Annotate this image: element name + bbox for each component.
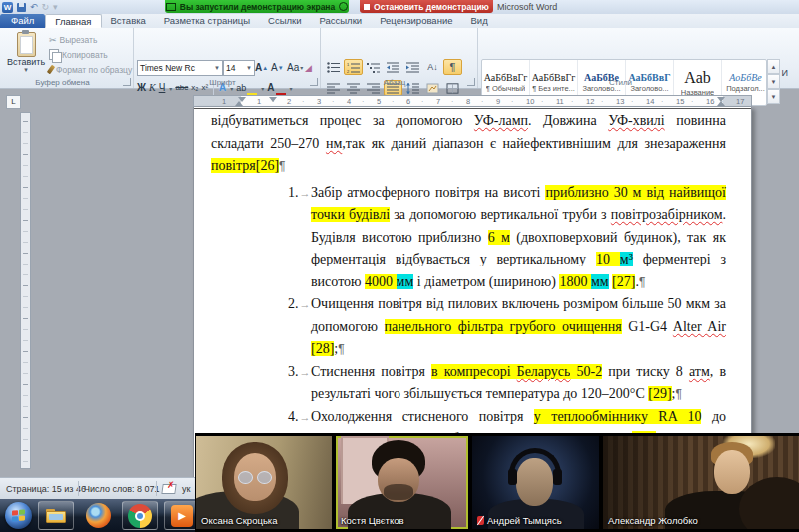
multilevel-list-button[interactable]: [364, 59, 383, 75]
tab-вставка[interactable]: Вставка: [102, 14, 155, 28]
paste-dropdown-icon[interactable]: ▾: [24, 67, 28, 73]
clipboard-dialog-launcher-icon[interactable]: [123, 78, 131, 86]
scroll-down-icon[interactable]: ▼: [767, 74, 780, 89]
ruler-tick: [23, 450, 28, 451]
save-icon[interactable]: [17, 3, 26, 12]
scissors-icon: ✂: [49, 35, 57, 45]
participant-name-text: Александр Жолобко: [608, 515, 698, 526]
cut-button[interactable]: ✂ Вырезать: [49, 32, 132, 47]
show-formatting-marks-button[interactable]: ¶: [443, 59, 462, 75]
ruler-number: 9: [496, 97, 500, 106]
tab-вид[interactable]: Вид: [461, 14, 496, 28]
sort-button[interactable]: А↓: [423, 59, 442, 75]
tab-ссылки[interactable]: Ссылки: [259, 14, 310, 28]
video-tile-2[interactable]: Андрей Тымцясь: [472, 436, 599, 529]
document-text[interactable]: відбуватиметься процес за допомогою УФ-л…: [211, 110, 726, 473]
list-number: 3.→: [288, 361, 312, 384]
folder-icon: [46, 509, 66, 523]
decrease-indent-button[interactable]: [384, 59, 402, 75]
styles-gallery-scrollbar: ▲ ▼ ▼: [767, 59, 780, 104]
ruler-number: 13: [616, 97, 624, 106]
quick-access-more-icon[interactable]: ▾: [53, 2, 58, 12]
firefox-icon: [86, 503, 111, 528]
taskbar-chrome-button[interactable]: [122, 501, 158, 530]
undo-icon[interactable]: ↶: [30, 2, 38, 12]
participant-phones-shape: [509, 448, 561, 476]
ruler-tick: [23, 461, 28, 462]
participant-face-shape: [378, 458, 419, 502]
word-count[interactable]: Число слов: 8 071: [84, 484, 160, 494]
text-run: G1-G4: [622, 319, 673, 334]
ruler-tick: [23, 253, 28, 254]
change-case-button[interactable]: Аа▾: [287, 60, 303, 74]
tab-главная[interactable]: Главная: [45, 14, 101, 28]
text-run: . Довжина: [528, 113, 608, 128]
text-run: в компресорі: [431, 364, 517, 379]
gallery-more-icon[interactable]: ▼: [767, 89, 780, 104]
spell-check-icon[interactable]: ✗: [162, 482, 176, 494]
ruler-tick: [23, 264, 28, 265]
tab-файл[interactable]: Файл: [0, 14, 45, 28]
start-button[interactable]: [5, 502, 32, 529]
ruler-tick: [23, 143, 28, 144]
tab-разметка-страницы[interactable]: Разметка страницы: [155, 14, 259, 28]
text-run: [27]: [612, 274, 635, 289]
numbering-button[interactable]: 12: [344, 59, 363, 75]
ribbon-tab-row: ФайлГлавнаяВставкаРазметка страницыСсылк…: [0, 14, 799, 29]
font-size-select[interactable]: 14 ▼: [223, 60, 255, 76]
font-dialog-launcher-icon[interactable]: [310, 78, 318, 86]
text-run: ,так як даний діапазон є найефективнішим…: [342, 136, 726, 151]
ruler-tick: [23, 274, 28, 275]
down-arrow-icon: ↓: [433, 62, 438, 72]
document-page[interactable]: відбуватиметься процес за допомогою УФ-л…: [193, 107, 752, 477]
text-run: 1800: [559, 274, 591, 289]
tab-рассылки[interactable]: Рассылки: [310, 14, 371, 28]
clear-formatting-button[interactable]: ◢: [305, 60, 312, 74]
language-indicator[interactable]: ук: [182, 484, 190, 494]
copy-button[interactable]: Копировать: [49, 47, 132, 62]
stop-sharing-button[interactable]: Остановить демонстрацию: [360, 0, 493, 13]
ruler-tick: [23, 187, 28, 188]
increase-indent-button[interactable]: [403, 59, 422, 75]
paragraph-dialog-launcher-icon[interactable]: [467, 78, 475, 86]
redo-icon[interactable]: ↻: [42, 2, 50, 12]
text-run: мм: [591, 274, 609, 289]
video-tile-3[interactable]: Александр Жолобко: [603, 436, 799, 529]
indent-marker[interactable]: [238, 97, 246, 102]
ruler-tick: [23, 362, 28, 363]
taskbar-explorer-button[interactable]: [38, 501, 74, 530]
word-app-icon[interactable]: W: [2, 2, 13, 13]
font-family-select[interactable]: Times New Rc ▼: [137, 60, 223, 76]
horizontal-ruler[interactable]: 1·2·3·4·5·6·7·8·9·10·11·12·13·14·15·16·1…: [193, 95, 752, 107]
vertical-ruler[interactable]: [20, 112, 31, 469]
chevron-down-icon: ▾: [300, 62, 303, 74]
video-tile-0[interactable]: Оксана Скроцька: [196, 436, 332, 529]
screenshare-banner-text: Вы запустили демонстрацию экрана: [180, 2, 335, 12]
tab-stop-selector[interactable]: L: [6, 95, 21, 109]
text-run: Беларусь: [517, 364, 571, 379]
paste-button[interactable]: Вставить ▾: [5, 31, 47, 84]
indent-marker[interactable]: [717, 101, 725, 106]
shrink-font-button[interactable]: А▼: [271, 60, 284, 74]
change-styles-button-partial[interactable]: И: [782, 68, 788, 78]
down-arrow-icon: ▼: [278, 62, 284, 74]
scroll-up-icon[interactable]: ▲: [767, 59, 780, 74]
format-painter-button[interactable]: Формат по образцу: [49, 62, 132, 77]
taskbar-firefox-button[interactable]: [80, 501, 116, 530]
ruler-tick: [23, 329, 28, 330]
ruler-tick: ·: [661, 97, 663, 106]
bullets-button[interactable]: [324, 59, 343, 75]
page-indicator[interactable]: Страница: 15 из 46: [6, 484, 86, 494]
copy-icon: [49, 49, 59, 60]
text-run: 4000: [365, 274, 397, 289]
indent-marker[interactable]: [269, 97, 277, 102]
tab-рецензирование[interactable]: Рецензирование: [371, 14, 461, 28]
chrome-icon: [128, 504, 152, 528]
text-run: ¶: [675, 387, 681, 401]
pause-icon[interactable]: [339, 2, 348, 11]
ruler-tick: [23, 318, 28, 319]
grow-font-button[interactable]: А▲: [255, 60, 268, 74]
windows-logo-icon: [12, 509, 25, 521]
video-tile-1[interactable]: Костя Цвєтков: [336, 436, 468, 529]
divider: [156, 481, 157, 496]
